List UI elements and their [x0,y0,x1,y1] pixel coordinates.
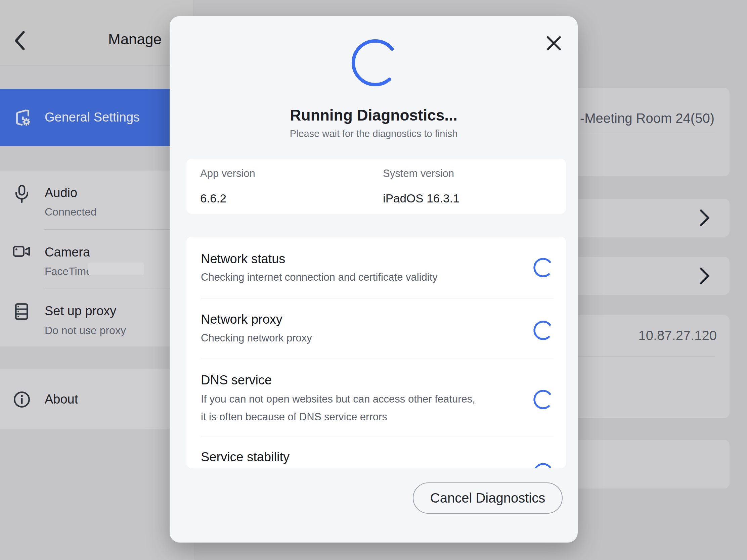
diagnostic-desc: it is often because of DNS service error… [201,411,387,423]
list-divider [201,298,553,298]
video-camera-icon [12,242,31,261]
loading-spinner-icon [350,37,401,88]
sidebar-item-camera[interactable]: Camera FaceTime [0,230,194,288]
chevron-left-icon [12,30,28,52]
chevron-right-icon [699,267,711,285]
app-version-label: App version [200,167,255,180]
sidebar-item-label: Camera [45,245,90,260]
cancel-diagnostics-label: Cancel Diagnostics [430,490,545,506]
diagnostic-title: DNS service [201,373,272,388]
loading-spinner-icon [533,320,553,341]
chevron-right-icon [699,209,711,227]
diagnostic-title: Service stability [201,450,289,464]
sidebar-item-sub: Do not use proxy [45,324,126,337]
sidebar-topbar: Manage [0,0,194,65]
device-gear-icon [12,108,31,127]
room-name-text: -Meeting Room 24(50) [580,111,715,126]
close-x-icon [545,34,563,52]
diagnostic-desc: Checking network proxy [201,332,312,344]
sidebar-item-proxy[interactable]: Set up proxy Do not use proxy [0,288,194,346]
sidebar-item-sub: Connected [45,206,97,218]
sidebar-item-label: Set up proxy [45,304,116,318]
loading-spinner-icon [533,257,553,278]
info-icon [12,390,31,409]
sidebar-item-label: General Settings [45,110,140,125]
diagnostics-list-card: Network status Checking internet connect… [186,237,566,468]
modal-subtitle: Please wait for the diagnostics to finis… [170,128,578,139]
list-divider [201,358,553,359]
sidebar-item-sub: FaceTime [45,265,92,278]
loading-spinner-icon [533,462,553,468]
sidebar-item-audio[interactable]: Audio Connected [0,170,194,229]
back-button[interactable] [12,30,28,52]
close-button[interactable] [545,34,563,52]
redacted-text-block [88,263,144,275]
sidebar-item-about[interactable]: About [0,369,194,429]
list-divider [201,436,553,436]
sidebar-item-label: About [45,392,78,406]
app-version-value: 6.6.2 [200,192,226,205]
page-title: Manage [108,31,161,48]
system-version-value: iPadOS 16.3.1 [383,192,460,205]
version-info-card: App version 6.6.2 System version iPadOS … [186,159,566,214]
diagnostic-title: Network status [201,252,285,266]
diagnostic-desc: If you can not open websites but can acc… [201,393,475,405]
microphone-icon [12,184,31,204]
sidebar-group-devices: Audio Connected Camera FaceTime [0,170,194,346]
cancel-diagnostics-button[interactable]: Cancel Diagnostics [413,482,563,514]
diagnostic-title: Network proxy [201,312,282,327]
modal-title: Running Diagnostics... [170,106,578,124]
topbar-divider [0,65,194,65]
server-icon [12,302,31,321]
sidebar: Manage General Settings [0,0,194,560]
diagnostics-modal: Running Diagnostics... Please wait for t… [170,16,578,542]
loading-spinner-icon [533,389,553,410]
sidebar-item-label: Audio [45,186,77,200]
ip-address-text: 10.87.27.120 [638,328,717,343]
system-version-label: System version [383,167,454,180]
sidebar-item-general-settings[interactable]: General Settings [0,89,194,146]
diagnostic-desc: Checking internet connection and certifi… [201,271,438,283]
